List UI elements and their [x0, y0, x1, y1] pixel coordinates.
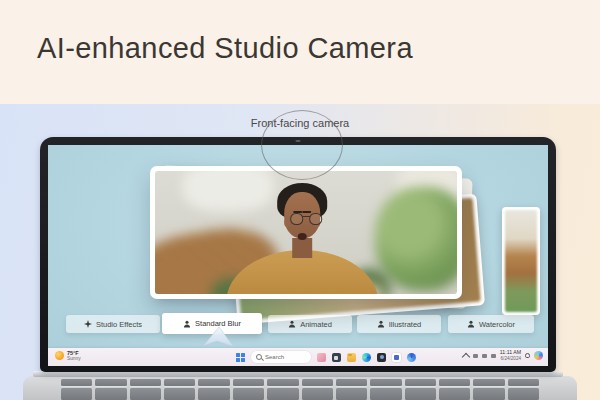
keyboard-function-row	[61, 379, 539, 386]
page-title: AI-enhanced Studio Camera	[37, 32, 413, 65]
taskbar: 75°F Sunny Search	[48, 348, 548, 366]
camera-app-icon[interactable]	[377, 353, 386, 362]
search-icon	[256, 354, 262, 360]
person-face	[284, 192, 320, 238]
mail-icon[interactable]	[332, 353, 341, 362]
store-icon[interactable]	[407, 353, 416, 362]
person-icon	[288, 320, 296, 328]
weather-condition: Sunny	[67, 356, 81, 362]
button-label: Watercolor	[479, 320, 515, 329]
clock[interactable]: 11:11 AM 6/24/2024	[500, 350, 521, 361]
photos-icon[interactable]	[317, 353, 326, 362]
sparkle-icon	[84, 320, 92, 328]
chevron-up-icon[interactable]	[462, 352, 470, 360]
tray-date: 6/24/2024	[501, 356, 521, 361]
person-icon	[377, 320, 385, 328]
search-input[interactable]: Search	[251, 351, 311, 363]
glasses-bridge	[302, 216, 310, 219]
studio-effects-button[interactable]: Studio Effects	[66, 315, 160, 333]
illustrated-button[interactable]: Illustrated	[357, 315, 441, 333]
button-label: Studio Effects	[96, 320, 142, 329]
person	[207, 182, 397, 294]
page: AI-enhanced Studio Camera Front-facing c…	[0, 0, 600, 400]
battery-icon[interactable]	[491, 354, 496, 358]
system-tray: 11:11 AM 6/24/2024	[463, 350, 543, 361]
glasses-lens	[309, 213, 322, 225]
watercolor-button[interactable]: Watercolor	[448, 315, 534, 333]
bell-icon[interactable]	[525, 353, 530, 358]
taskbar-center: Search	[236, 351, 416, 363]
person-mouth	[298, 233, 307, 240]
button-label: Animated	[300, 320, 332, 329]
person-icon	[467, 320, 475, 328]
laptop-keyboard-deck	[23, 376, 577, 400]
person-glasses	[290, 213, 322, 226]
edge-icon[interactable]	[362, 353, 371, 362]
hero-band: AI-enhanced Studio Camera	[0, 0, 600, 104]
glasses-lens	[290, 213, 303, 225]
animated-button[interactable]: Animated	[268, 315, 352, 333]
teams-icon[interactable]	[392, 353, 401, 362]
video-preview-card	[150, 166, 462, 299]
file-explorer-icon[interactable]	[347, 353, 356, 362]
video-feed	[155, 171, 457, 294]
button-label: Illustrated	[389, 320, 422, 329]
weather-widget[interactable]: 75°F Sunny	[55, 350, 81, 362]
person-head	[280, 186, 324, 242]
start-icon[interactable]	[236, 353, 245, 362]
wifi-icon[interactable]	[473, 354, 478, 358]
copilot-icon[interactable]	[534, 351, 543, 360]
person-icon	[183, 320, 191, 328]
sun-icon	[55, 351, 64, 360]
keyboard-number-row	[61, 388, 539, 400]
search-label: Search	[265, 354, 284, 360]
stacked-card-edge-photo	[505, 210, 537, 312]
volume-icon[interactable]	[482, 354, 487, 358]
stacked-card-edge	[502, 207, 540, 315]
camera-annotation-circle	[261, 110, 343, 180]
